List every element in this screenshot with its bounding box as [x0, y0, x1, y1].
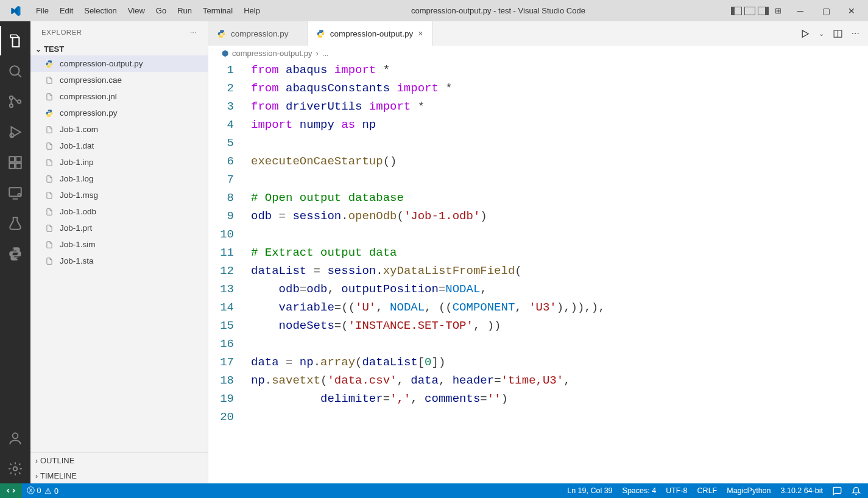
- split-editor-icon[interactable]: [833, 29, 843, 39]
- file-name: Job-1.prt: [60, 223, 92, 233]
- menu-help[interactable]: Help: [238, 6, 266, 15]
- more-actions-icon[interactable]: ···: [190, 29, 197, 36]
- run-debug-icon[interactable]: [0, 117, 30, 147]
- minimize-button[interactable]: ─: [788, 6, 813, 16]
- timeline-section[interactable]: ›TIMELINE: [30, 468, 208, 483]
- more-icon[interactable]: ···: [852, 28, 859, 39]
- menu-edit[interactable]: Edit: [54, 6, 79, 15]
- testing-icon[interactable]: [0, 209, 30, 238]
- python-interpreter[interactable]: 3.10.2 64-bit: [781, 486, 824, 495]
- close-tab-icon[interactable]: ×: [418, 29, 423, 38]
- toggle-panel-icon[interactable]: [744, 7, 755, 15]
- eol-status[interactable]: CRLF: [697, 486, 718, 495]
- menu-selection[interactable]: Selection: [79, 6, 122, 15]
- file-name: Job-1.msg: [60, 191, 98, 200]
- menu-terminal[interactable]: Terminal: [197, 6, 238, 15]
- editor-tab[interactable]: compression-output.py×: [308, 21, 432, 46]
- file-item[interactable]: Job-1.sim: [30, 236, 208, 253]
- svg-rect-5: [9, 156, 15, 162]
- chevron-right-icon: ›: [35, 472, 38, 480]
- file-item[interactable]: Job-1.log: [30, 170, 208, 187]
- search-icon[interactable]: [0, 57, 30, 86]
- warnings-icon[interactable]: ⚠ 0: [44, 486, 58, 496]
- run-icon[interactable]: [800, 29, 810, 39]
- customize-layout-icon[interactable]: ⊞: [775, 6, 782, 15]
- generic-file-icon: [45, 76, 57, 85]
- outline-section[interactable]: ›OUTLINE: [30, 453, 208, 468]
- file-item[interactable]: compression.jnl: [30, 88, 208, 105]
- python-env-icon[interactable]: [0, 239, 30, 268]
- menu-bar: FileEditSelectionViewGoRunTerminalHelp: [30, 6, 266, 15]
- source-control-icon[interactable]: [0, 87, 30, 116]
- file-item[interactable]: compression.py: [30, 105, 208, 121]
- remote-explorer-icon[interactable]: [0, 178, 30, 208]
- file-name: Job-1.dat: [60, 141, 94, 150]
- file-list: compression-output.pycompression.caecomp…: [30, 55, 208, 452]
- layout-controls[interactable]: ⊞: [731, 6, 788, 15]
- encoding-status[interactable]: UTF-8: [666, 486, 687, 495]
- generic-file-icon: [45, 142, 57, 150]
- tab-label: compression-output.py: [330, 29, 414, 38]
- chevron-down-icon: ⌄: [35, 45, 41, 54]
- explorer-icon[interactable]: [0, 26, 30, 55]
- svg-point-2: [10, 104, 13, 107]
- maximize-button[interactable]: ▢: [813, 6, 839, 16]
- project-section[interactable]: ⌄ TEST: [30, 43, 208, 55]
- code-content[interactable]: from abaqus import *from abaqusConstants…: [251, 61, 868, 483]
- cursor-position[interactable]: Ln 19, Col 39: [567, 486, 612, 495]
- file-item[interactable]: Job-1.inp: [30, 154, 208, 170]
- editor-tabs: compression.py×compression-output.py×⌄··…: [208, 21, 868, 46]
- svg-point-0: [10, 66, 19, 75]
- file-name: Job-1.sim: [60, 240, 96, 249]
- file-item[interactable]: compression-output.py: [30, 55, 208, 72]
- file-name: compression.jnl: [60, 92, 117, 101]
- file-item[interactable]: Job-1.dat: [30, 138, 208, 154]
- generic-file-icon: [45, 224, 57, 233]
- file-item[interactable]: Job-1.prt: [30, 220, 208, 236]
- notifications-icon[interactable]: [852, 486, 861, 496]
- explorer-header: EXPLORER ···: [30, 21, 208, 43]
- breadcrumb-sep: ›: [316, 49, 319, 58]
- timeline-label: TIMELINE: [40, 471, 77, 480]
- editor-area: compression.py×compression-output.py×⌄··…: [208, 21, 868, 483]
- generic-file-icon: [45, 240, 57, 249]
- breadcrumb[interactable]: ⬢ compression-output.py › ...: [208, 46, 868, 61]
- svg-rect-8: [16, 156, 21, 162]
- feedback-icon[interactable]: [833, 486, 842, 496]
- python-file-icon: ⬢: [222, 49, 228, 58]
- menu-file[interactable]: File: [30, 6, 54, 15]
- file-item[interactable]: Job-1.msg: [30, 187, 208, 203]
- svg-rect-6: [9, 163, 15, 169]
- settings-gear-icon[interactable]: [0, 454, 30, 483]
- extensions-icon[interactable]: [0, 148, 30, 177]
- language-mode[interactable]: MagicPython: [727, 486, 771, 495]
- file-name: compression.cae: [60, 75, 122, 85]
- remote-indicator[interactable]: [0, 483, 22, 498]
- menu-view[interactable]: View: [122, 6, 150, 15]
- tab-actions: ⌄···: [800, 21, 868, 46]
- svg-point-10: [18, 194, 20, 196]
- toggle-primary-sidebar-icon[interactable]: [731, 7, 742, 15]
- indent-status[interactable]: Spaces: 4: [623, 486, 657, 495]
- errors-icon[interactable]: ⓧ 0: [27, 486, 41, 496]
- toggle-secondary-sidebar-icon[interactable]: [758, 7, 769, 15]
- run-dropdown-icon[interactable]: ⌄: [819, 30, 824, 38]
- editor-tab[interactable]: compression.py×: [208, 21, 308, 46]
- generic-file-icon: [45, 93, 57, 101]
- menu-go[interactable]: Go: [150, 6, 172, 15]
- close-button[interactable]: ✕: [839, 6, 864, 16]
- menu-run[interactable]: Run: [172, 6, 197, 15]
- file-item[interactable]: Job-1.sta: [30, 253, 208, 269]
- accounts-icon[interactable]: [0, 424, 30, 453]
- generic-file-icon: [45, 208, 57, 216]
- chevron-right-icon: ›: [35, 457, 38, 465]
- code-editor[interactable]: 1234567891011121314151617181920 from aba…: [208, 61, 868, 483]
- file-item[interactable]: compression.cae: [30, 72, 208, 88]
- python-file-icon: [45, 109, 57, 117]
- outline-label: OUTLINE: [40, 456, 74, 465]
- python-file-icon: [45, 60, 57, 68]
- file-item[interactable]: Job-1.com: [30, 121, 208, 138]
- svg-point-1: [10, 96, 13, 99]
- file-item[interactable]: Job-1.odb: [30, 203, 208, 220]
- minimap[interactable]: [810, 61, 868, 110]
